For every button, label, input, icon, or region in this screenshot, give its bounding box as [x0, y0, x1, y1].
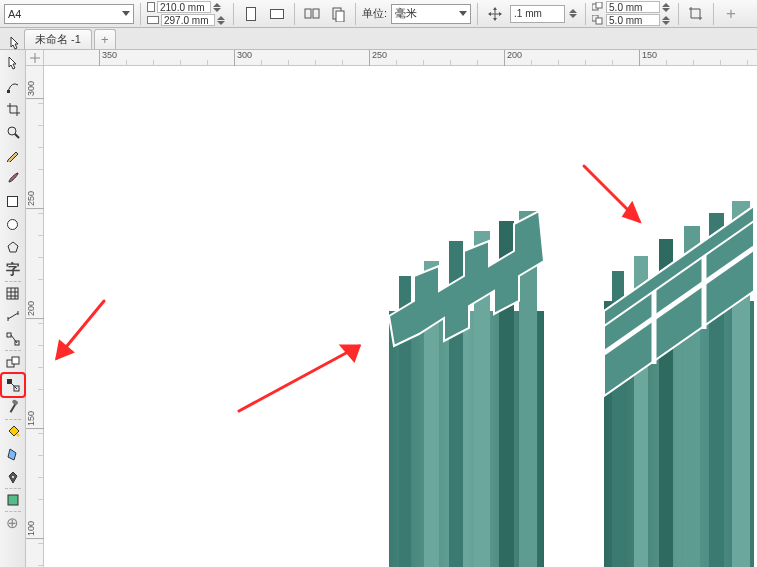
origin-icon	[30, 53, 40, 63]
svg-rect-35	[8, 495, 18, 505]
connector-tool[interactable]	[2, 328, 24, 350]
smart-fill-tool[interactable]	[2, 443, 24, 465]
svg-rect-31	[7, 379, 12, 384]
dup-y-field[interactable]: 5.0 mm	[606, 14, 660, 26]
text-tool[interactable]: 字	[2, 259, 24, 281]
artistic-media-tool[interactable]	[2, 167, 24, 189]
svg-rect-14	[7, 90, 10, 93]
facing-icon	[330, 6, 346, 22]
page-height-field[interactable]: 297.0 mm	[161, 14, 215, 26]
table-icon	[6, 287, 19, 300]
unit-value: 毫米	[395, 6, 417, 21]
nudge-icon-button[interactable]	[484, 3, 506, 25]
options-button[interactable]	[685, 3, 707, 25]
smart-fill-icon	[6, 447, 20, 461]
separator	[585, 3, 586, 25]
svg-point-33	[16, 434, 19, 437]
dup-x-field[interactable]: 5.0 mm	[606, 1, 660, 13]
transparency-tool[interactable]	[2, 374, 24, 396]
separator	[355, 3, 356, 25]
new-document-tab[interactable]: +	[94, 29, 116, 49]
magnifier-icon	[6, 125, 20, 139]
unit-select[interactable]: 毫米	[391, 4, 471, 24]
annotation-arrows	[57, 166, 639, 411]
outline-pen-tool[interactable]	[2, 466, 24, 488]
separator	[233, 3, 234, 25]
ruler-tick: 200	[26, 301, 44, 319]
effects-tool[interactable]	[2, 351, 24, 373]
add-button[interactable]: +	[720, 3, 742, 25]
nudge-spinner[interactable]	[569, 9, 579, 18]
document-tabs: 未命名 -1 +	[0, 28, 757, 50]
property-bar: A4 210.0 mm 297.0 mm 单位: 毫米	[0, 0, 757, 28]
table-tool[interactable]	[2, 282, 24, 304]
eyedropper-tool[interactable]	[2, 397, 24, 419]
ruler-tick: 200	[504, 50, 522, 66]
svg-marker-6	[493, 7, 497, 10]
svg-line-16	[15, 134, 19, 138]
pages-icon	[304, 6, 320, 22]
ruler-origin[interactable]	[26, 50, 44, 66]
document-tab-label: 未命名 -1	[35, 32, 81, 47]
svg-rect-0	[305, 9, 311, 18]
shape-edit-tool[interactable]	[2, 75, 24, 97]
crop-icon	[688, 6, 704, 22]
separator	[678, 3, 679, 25]
pointer-icon	[9, 36, 21, 50]
ellipse-tool[interactable]	[2, 213, 24, 235]
bucket-icon	[6, 424, 20, 438]
connector-icon	[6, 332, 20, 346]
nudge-value: .1 mm	[514, 8, 542, 19]
svg-line-58	[239, 346, 359, 411]
freehand-tool[interactable]	[2, 144, 24, 166]
height-spinner[interactable]	[217, 16, 227, 25]
pointer-icon	[7, 56, 19, 70]
chevron-down-icon	[459, 11, 467, 16]
interactive-fill-tool[interactable]	[2, 420, 24, 442]
nudge-field[interactable]: .1 mm	[510, 5, 565, 23]
svg-point-15	[8, 127, 16, 135]
fill-tool[interactable]	[2, 489, 24, 511]
ruler-tick: 300	[234, 50, 252, 66]
rectangle-tool[interactable]	[2, 190, 24, 212]
facing-pages-button[interactable]	[327, 3, 349, 25]
transparency-icon	[6, 378, 20, 392]
ruler-tick: 100	[26, 521, 44, 539]
polygon-tool[interactable]	[2, 236, 24, 258]
plus-icon: +	[726, 4, 736, 24]
svg-rect-30	[12, 357, 19, 364]
landscape-button[interactable]	[266, 3, 288, 25]
horizontal-ruler[interactable]: 350300250200150100	[44, 50, 757, 66]
width-spinner[interactable]	[213, 3, 223, 12]
drawing-canvas[interactable]	[44, 66, 757, 567]
document-tab[interactable]: 未命名 -1	[24, 29, 92, 49]
dup-y-spinner[interactable]	[662, 16, 672, 25]
page-dimensions: 210.0 mm 297.0 mm	[147, 1, 227, 27]
page-size-select[interactable]: A4	[4, 4, 134, 24]
pages-layout-button[interactable]	[301, 3, 323, 25]
vertical-ruler[interactable]: 300250200150100	[26, 66, 44, 567]
dimension-icon	[6, 309, 20, 323]
separator	[477, 3, 478, 25]
width-icon	[147, 2, 155, 12]
pick-tool[interactable]	[2, 52, 24, 74]
svg-marker-9	[499, 12, 502, 16]
pen-nib-icon	[6, 470, 20, 484]
portrait-button[interactable]	[240, 3, 262, 25]
zoom-tool[interactable]	[2, 121, 24, 143]
svg-rect-3	[336, 11, 344, 22]
svg-line-23	[8, 313, 18, 319]
separator	[294, 3, 295, 25]
quick-customize[interactable]: ⊕	[2, 512, 24, 534]
ruler-tick: 150	[639, 50, 657, 66]
artwork	[44, 66, 757, 567]
separator	[713, 3, 714, 25]
svg-line-28	[11, 335, 17, 343]
crop-tool[interactable]	[2, 98, 24, 120]
brush-icon	[6, 171, 20, 185]
ruler-tick: 300	[26, 81, 44, 99]
dimension-tool[interactable]	[2, 305, 24, 327]
plus-icon: +	[101, 32, 109, 47]
dup-x-spinner[interactable]	[662, 3, 672, 12]
page-width-field[interactable]: 210.0 mm	[157, 1, 211, 13]
